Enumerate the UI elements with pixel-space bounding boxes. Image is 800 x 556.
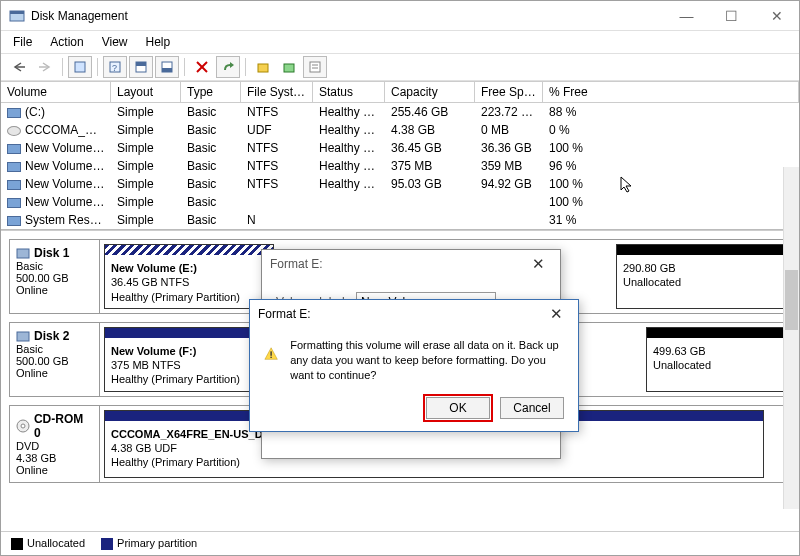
drive-icon bbox=[7, 198, 21, 208]
svg-rect-14 bbox=[284, 64, 294, 72]
format-dialog-title-text: Format E: bbox=[270, 257, 323, 271]
toolbar-undo[interactable] bbox=[216, 56, 240, 78]
drive-icon bbox=[7, 108, 21, 118]
pane-bottom-icon bbox=[160, 60, 174, 74]
toolbar-properties[interactable] bbox=[303, 56, 327, 78]
menu-file[interactable]: File bbox=[5, 33, 40, 51]
disk-label: CD-ROM 0DVD4.38 GBOnline bbox=[10, 406, 100, 482]
scrollbar-thumb[interactable] bbox=[785, 270, 798, 330]
toolbar-view1[interactable] bbox=[129, 56, 153, 78]
volume-row[interactable]: (C:)SimpleBasicNTFSHealthy (B...255.46 G… bbox=[1, 103, 799, 121]
pane-top-icon bbox=[134, 60, 148, 74]
col-pctfree[interactable]: % Free bbox=[543, 82, 799, 102]
legend-unallocated: Unallocated bbox=[11, 537, 85, 550]
volume-row[interactable]: New Volume (F:)SimpleBasicNTFSHealthy (P… bbox=[1, 157, 799, 175]
disk-label: Disk 2Basic500.00 GBOnline bbox=[10, 323, 100, 396]
drive-icon bbox=[7, 162, 21, 172]
confirm-close-button[interactable]: ✕ bbox=[542, 305, 570, 323]
partition-unallocated[interactable]: 290.80 GBUnallocated bbox=[616, 244, 786, 309]
close-icon[interactable]: ✕ bbox=[524, 255, 552, 273]
svg-point-21 bbox=[21, 424, 25, 428]
partition-unallocated[interactable]: 499.63 GBUnallocated bbox=[646, 327, 786, 392]
volume-list-header: Volume Layout Type File System Status Ca… bbox=[1, 81, 799, 103]
format-dialog-title: Format E: ✕ bbox=[262, 250, 560, 278]
confirm-dialog-titlebar: Format E: ✕ bbox=[250, 300, 578, 328]
menu-bar: File Action View Help bbox=[1, 31, 799, 53]
drive-icon bbox=[7, 144, 21, 154]
svg-rect-4 bbox=[75, 62, 85, 72]
close-button[interactable]: ✕ bbox=[754, 1, 799, 31]
cd-icon bbox=[16, 419, 30, 433]
disk-icon bbox=[16, 329, 30, 343]
forward-button[interactable] bbox=[33, 56, 57, 78]
col-type[interactable]: Type bbox=[181, 82, 241, 102]
disk-yellow-icon bbox=[256, 60, 270, 74]
menu-action[interactable]: Action bbox=[42, 33, 91, 51]
cd-icon bbox=[7, 126, 21, 136]
toolbar-view2[interactable] bbox=[155, 56, 179, 78]
svg-rect-15 bbox=[310, 62, 320, 72]
col-layout[interactable]: Layout bbox=[111, 82, 181, 102]
svg-rect-8 bbox=[136, 62, 146, 66]
toolbar-action2[interactable] bbox=[277, 56, 301, 78]
drive-icon bbox=[7, 180, 21, 190]
confirm-dialog-title: Format E: bbox=[258, 307, 311, 321]
toolbar: ? bbox=[1, 53, 799, 81]
arrow-left-icon bbox=[11, 61, 27, 73]
window-title: Disk Management bbox=[31, 9, 664, 23]
legend: Unallocated Primary partition bbox=[1, 531, 799, 555]
arrow-right-icon bbox=[37, 61, 53, 73]
col-capacity[interactable]: Capacity bbox=[385, 82, 475, 102]
back-button[interactable] bbox=[7, 56, 31, 78]
menu-help[interactable]: Help bbox=[138, 33, 179, 51]
cancel-button[interactable]: Cancel bbox=[500, 397, 564, 419]
ok-button[interactable]: OK bbox=[426, 397, 490, 419]
col-filesystem[interactable]: File System bbox=[241, 82, 313, 102]
disk-green-icon bbox=[282, 60, 296, 74]
volume-row[interactable]: New Volume (E:)SimpleBasicNTFSHealthy (P… bbox=[1, 139, 799, 157]
legend-primary: Primary partition bbox=[101, 537, 197, 550]
volume-row[interactable]: CCCOMA_X64FRE...SimpleBasicUDFHealthy (P… bbox=[1, 121, 799, 139]
content-area: Volume Layout Type File System Status Ca… bbox=[1, 81, 799, 533]
toolbar-refresh[interactable]: ? bbox=[103, 56, 127, 78]
toolbar-action1[interactable] bbox=[251, 56, 275, 78]
format-confirm-dialog: Format E: ✕ Formatting this volume will … bbox=[249, 299, 579, 432]
svg-rect-13 bbox=[258, 64, 268, 72]
svg-text:?: ? bbox=[112, 63, 117, 73]
col-status[interactable]: Status bbox=[313, 82, 385, 102]
col-volume[interactable]: Volume bbox=[1, 82, 111, 102]
warning-icon bbox=[264, 338, 278, 370]
volume-list: Volume Layout Type File System Status Ca… bbox=[1, 81, 799, 230]
drive-icon bbox=[7, 216, 21, 226]
cursor-icon bbox=[620, 176, 634, 194]
app-icon bbox=[9, 8, 25, 24]
arrow-return-icon bbox=[221, 60, 235, 74]
minimize-button[interactable]: — bbox=[664, 1, 709, 31]
col-free[interactable]: Free Spa... bbox=[475, 82, 543, 102]
svg-rect-19 bbox=[17, 332, 29, 341]
confirm-message: Formatting this volume will erase all da… bbox=[290, 338, 564, 383]
properties-icon bbox=[308, 60, 322, 74]
delete-x-icon bbox=[195, 60, 209, 74]
disk-label: Disk 1Basic500.00 GBOnline bbox=[10, 240, 100, 313]
svg-rect-24 bbox=[270, 357, 271, 358]
refresh-icon: ? bbox=[108, 60, 122, 74]
toolbar-delete[interactable] bbox=[190, 56, 214, 78]
disk-management-window: Disk Management — ☐ ✕ File Action View H… bbox=[0, 0, 800, 556]
svg-rect-1 bbox=[10, 11, 24, 14]
vertical-scrollbar[interactable] bbox=[783, 167, 799, 509]
volume-row[interactable]: System ReservedSimpleBasicN31 % bbox=[1, 211, 799, 229]
toolbar-settings[interactable] bbox=[68, 56, 92, 78]
options-icon bbox=[73, 60, 87, 74]
disk-icon bbox=[16, 246, 30, 260]
svg-rect-10 bbox=[162, 68, 172, 72]
volume-row[interactable]: New Volume (I:)SimpleBasic100 % bbox=[1, 193, 799, 211]
svg-rect-23 bbox=[270, 351, 271, 355]
menu-view[interactable]: View bbox=[94, 33, 136, 51]
svg-rect-18 bbox=[17, 249, 29, 258]
maximize-button[interactable]: ☐ bbox=[709, 1, 754, 31]
volume-row[interactable]: New Volume (H:)SimpleBasicNTFSHealthy (P… bbox=[1, 175, 799, 193]
title-bar: Disk Management — ☐ ✕ bbox=[1, 1, 799, 31]
